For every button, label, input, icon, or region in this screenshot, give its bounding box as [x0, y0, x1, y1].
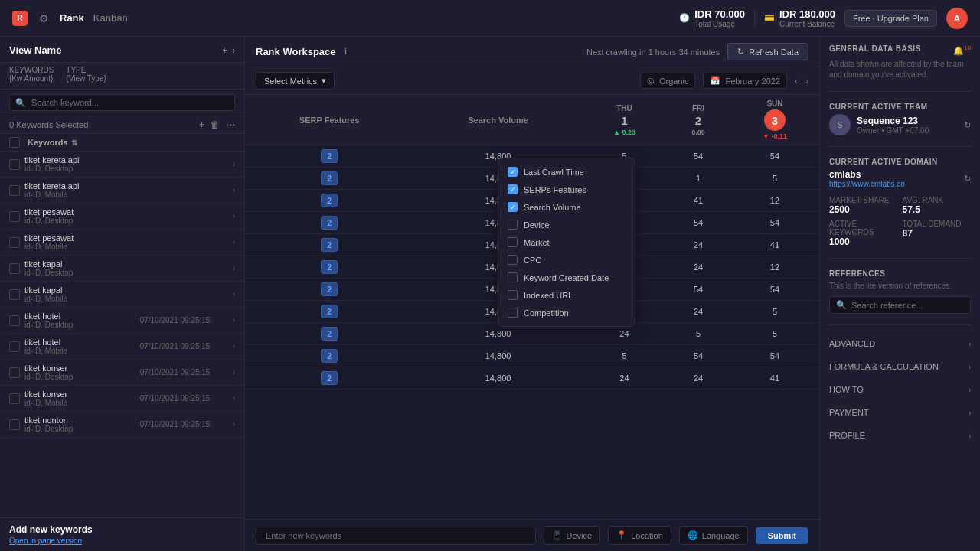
language-filter-button[interactable]: 🌐 Language — [679, 526, 748, 545]
keyword-col-header: Keywords — [28, 138, 68, 147]
row-checkbox[interactable] — [9, 237, 20, 248]
add-view-icon[interactable]: + — [222, 45, 227, 56]
dropdown-item[interactable]: Market — [498, 233, 635, 251]
search-input[interactable] — [9, 94, 235, 111]
dropdown-checkbox[interactable] — [508, 290, 518, 300]
row-checkbox[interactable] — [9, 315, 20, 326]
serp-badge: 2 — [321, 194, 338, 207]
delete-icon[interactable]: 🗑 — [211, 119, 220, 130]
keyword-name: tiket pesawat — [24, 233, 228, 243]
add-keywords-bar: Add new keywords Open in page version — [0, 517, 244, 551]
list-item[interactable]: tiket konser id-ID, Desktop 07/10/2021 0… — [0, 360, 244, 386]
row-expand-icon[interactable]: › — [233, 238, 235, 246]
keyword-meta: id-ID, Desktop — [24, 425, 136, 433]
row-checkbox[interactable] — [9, 393, 20, 404]
dropdown-checkbox[interactable] — [508, 272, 518, 282]
list-item[interactable]: tiket pesawat id-ID, Desktop › — [0, 204, 244, 230]
row-expand-icon[interactable]: › — [233, 420, 235, 429]
bell-icon[interactable]: 🔔10 — [953, 44, 971, 56]
dropdown-checkbox[interactable]: ✓ — [508, 184, 518, 194]
content-area: Rank Workspace ℹ Next crawling in 1 hour… — [245, 37, 819, 551]
dropdown-item[interactable]: ✓ Last Crawl Time — [498, 163, 635, 181]
row-checkbox[interactable] — [9, 419, 20, 430]
list-item[interactable]: tiket kereta api id-ID, Desktop › — [0, 152, 244, 178]
app-logo: R — [12, 11, 28, 26]
sun-cell: 41 — [730, 234, 819, 256]
team-settings-icon[interactable]: ↻ — [964, 120, 971, 130]
payment-section[interactable]: PAYMENT › — [829, 405, 971, 420]
dropdown-checkbox[interactable] — [508, 255, 518, 265]
formula-section[interactable]: FORMULA & CALCULATION › — [829, 359, 971, 374]
howto-chevron: › — [969, 386, 971, 394]
next-period-arrow[interactable]: › — [805, 76, 808, 86]
add-keyword-icon[interactable]: + — [199, 119, 204, 130]
ref-search-icon: 🔍 — [836, 300, 847, 310]
domain-settings-icon[interactable]: ↻ — [964, 174, 971, 184]
metrics-dropdown[interactable]: Select Metrics ▾ — [256, 72, 335, 90]
profile-section[interactable]: PROFILE › — [829, 428, 971, 443]
row-checkbox[interactable] — [9, 367, 20, 378]
row-expand-icon[interactable]: › — [233, 160, 235, 168]
row-expand-icon[interactable]: › — [233, 342, 235, 350]
dropdown-item[interactable]: ✓ SERPs Features — [498, 181, 635, 198]
list-item[interactable]: tiket kapal id-ID, Mobile › — [0, 282, 244, 308]
sidebar-search-wrap: 🔍 — [0, 90, 244, 116]
dropdown-checkbox[interactable]: ✓ — [508, 167, 518, 177]
references-search-input[interactable] — [851, 301, 964, 310]
row-checkbox[interactable] — [9, 289, 20, 300]
open-page-version-link[interactable]: Open in page version — [9, 536, 235, 545]
prev-period-arrow[interactable]: ‹ — [795, 76, 798, 86]
dropdown-checkbox[interactable] — [508, 220, 518, 230]
dropdown-item[interactable]: Device — [498, 216, 635, 233]
dropdown-checkbox[interactable] — [508, 237, 518, 247]
nav-right-icon[interactable]: › — [232, 45, 235, 56]
sort-icon[interactable]: ⇅ — [71, 139, 77, 147]
more-icon[interactable]: ⋯ — [226, 119, 235, 130]
settings-icon[interactable]: ⚙ — [37, 11, 51, 25]
date-filter[interactable]: 📅 February 2022 — [703, 73, 787, 89]
fri-cell: 24 — [666, 301, 730, 323]
list-item[interactable]: tiket hotel id-ID, Desktop 07/10/2021 09… — [0, 308, 244, 334]
row-expand-icon[interactable]: › — [233, 264, 235, 272]
row-expand-icon[interactable]: › — [233, 316, 235, 324]
row-checkbox[interactable] — [9, 263, 20, 274]
list-item[interactable]: tiket nonton id-ID, Desktop 07/10/2021 0… — [0, 412, 244, 438]
fri-cell: 41 — [666, 190, 730, 212]
row-expand-icon[interactable]: › — [233, 212, 235, 220]
domain-url[interactable]: https://www.cmlabs.co — [829, 180, 905, 188]
avatar[interactable]: A — [946, 8, 968, 29]
organic-filter[interactable]: ◎ Organic — [640, 73, 696, 89]
howto-section[interactable]: HOW TO › — [829, 382, 971, 397]
list-item[interactable]: tiket hotel id-ID, Mobile 07/10/2021 09:… — [0, 334, 244, 360]
submit-button[interactable]: Submit — [756, 527, 808, 544]
refresh-button[interactable]: ↻ Refresh Data — [727, 43, 808, 60]
row-checkbox[interactable] — [9, 185, 20, 196]
row-expand-icon[interactable]: › — [233, 394, 235, 403]
row-checkbox[interactable] — [9, 159, 20, 170]
row-expand-icon[interactable]: › — [233, 368, 235, 377]
list-item[interactable]: tiket kereta api id-ID, Mobile › — [0, 178, 244, 204]
dropdown-item[interactable]: Competition — [498, 304, 635, 321]
list-item[interactable]: tiket konser id-ID, Mobile 07/10/2021 09… — [0, 386, 244, 412]
advanced-section[interactable]: ADVANCED › — [829, 336, 971, 351]
dropdown-item-label: Market — [524, 238, 550, 247]
row-expand-icon[interactable]: › — [233, 290, 235, 298]
row-expand-icon[interactable]: › — [233, 186, 235, 194]
dropdown-checkbox[interactable]: ✓ — [508, 202, 518, 212]
dropdown-item[interactable]: Keyword Created Date — [498, 269, 635, 286]
row-checkbox[interactable] — [9, 211, 20, 222]
new-keywords-input[interactable] — [256, 527, 536, 545]
dropdown-item[interactable]: Indexed URL — [498, 286, 635, 304]
filter-bar: Select Metrics ▾ ◎ Organic 📅 February 20… — [245, 67, 819, 95]
row-checkbox[interactable] — [9, 341, 20, 352]
select-all-checkbox[interactable] — [9, 137, 20, 148]
dropdown-checkbox[interactable] — [508, 308, 518, 318]
device-filter-button[interactable]: 📱 Device — [544, 526, 601, 545]
location-filter-button[interactable]: 📍 Location — [608, 526, 671, 545]
dropdown-item-label: Device — [524, 220, 550, 230]
dropdown-item[interactable]: CPC — [498, 251, 635, 269]
list-item[interactable]: tiket pesawat id-ID, Mobile › — [0, 230, 244, 256]
upgrade-button[interactable]: Free · Upgrade Plan — [844, 10, 937, 27]
list-item[interactable]: tiket kapal id-ID, Desktop › — [0, 256, 244, 282]
dropdown-item[interactable]: ✓ Search Volume — [498, 198, 635, 216]
